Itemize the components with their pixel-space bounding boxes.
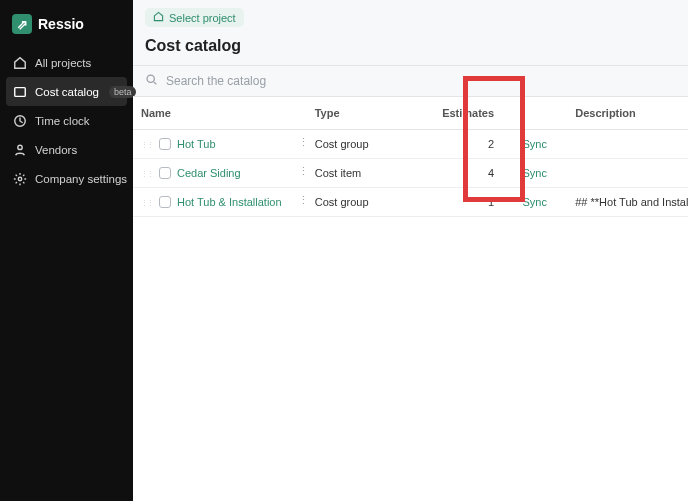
table-row[interactable]: ⋮⋮ Cedar Siding Cost item 4 Sync [133, 159, 688, 188]
select-project-button[interactable]: Select project [145, 8, 244, 27]
row-checkbox[interactable] [159, 196, 171, 208]
select-project-label: Select project [169, 12, 236, 24]
th-estimates[interactable]: Estimates [394, 97, 503, 130]
clock-icon [12, 113, 27, 128]
search-input[interactable] [166, 74, 676, 88]
row-description [567, 130, 688, 159]
cost-catalog-table: Name Type Estimates Description Internal… [133, 97, 688, 217]
sidebar: ⇗ Ressio All projects Cost catalog beta … [0, 0, 133, 501]
main: Select project Cost catalog Name Type Es… [133, 0, 688, 501]
th-sync [502, 97, 567, 130]
row-description [567, 159, 688, 188]
nav-label: Vendors [35, 144, 77, 156]
logo-mark-icon: ⇗ [12, 14, 32, 34]
row-checkbox[interactable] [159, 167, 171, 179]
row-estimates: 4 [394, 159, 503, 188]
row-description: ## **Hot Tub and Installation O... [567, 188, 688, 217]
svg-point-4 [147, 75, 154, 82]
drag-handle-icon[interactable]: ⋮⋮ [141, 199, 153, 206]
row-type: Cost item [315, 167, 361, 179]
th-name[interactable]: Name [133, 97, 307, 130]
row-sync-link[interactable]: Sync [522, 196, 546, 208]
searchbar [133, 65, 688, 97]
th-description[interactable]: Description [567, 97, 688, 130]
nav-label: Company settings [35, 173, 127, 185]
nav-cost-catalog[interactable]: Cost catalog beta [6, 77, 127, 106]
th-type[interactable]: Type [307, 97, 394, 130]
row-name-link[interactable]: Hot Tub & Installation [177, 196, 282, 208]
catalog-icon [12, 84, 27, 99]
row-more-icon[interactable] [295, 136, 307, 149]
row-more-icon[interactable] [295, 194, 307, 207]
home-icon [12, 55, 27, 70]
row-checkbox[interactable] [159, 138, 171, 150]
row-estimates: 2 [394, 130, 503, 159]
drag-handle-icon[interactable]: ⋮⋮ [141, 141, 153, 148]
svg-point-3 [18, 177, 22, 181]
nav-label: Cost catalog [35, 86, 99, 98]
row-type: Cost group [315, 196, 369, 208]
row-more-icon[interactable] [295, 165, 307, 178]
home-small-icon [153, 11, 164, 24]
nav-all-projects[interactable]: All projects [0, 48, 133, 77]
logo-text: Ressio [38, 16, 84, 32]
row-sync-link[interactable]: Sync [522, 167, 546, 179]
row-name-link[interactable]: Cedar Siding [177, 167, 241, 179]
nav-company-settings[interactable]: Company settings [0, 164, 133, 193]
row-name-link[interactable]: Hot Tub [177, 138, 216, 150]
page-title: Cost catalog [133, 27, 688, 65]
svg-rect-0 [14, 87, 25, 96]
logo: ⇗ Ressio [0, 10, 133, 48]
search-icon [145, 73, 158, 89]
row-sync-link[interactable]: Sync [522, 138, 546, 150]
row-type: Cost group [315, 138, 369, 150]
nav-label: Time clock [35, 115, 90, 127]
nav-vendors[interactable]: Vendors [0, 135, 133, 164]
table-scroll[interactable]: Name Type Estimates Description Internal… [133, 97, 688, 501]
drag-handle-icon[interactable]: ⋮⋮ [141, 170, 153, 177]
vendors-icon [12, 142, 27, 157]
nav-label: All projects [35, 57, 91, 69]
row-estimates: 1 [394, 188, 503, 217]
nav-time-clock[interactable]: Time clock [0, 106, 133, 135]
gear-icon [12, 171, 27, 186]
svg-point-2 [17, 145, 21, 149]
table-row[interactable]: ⋮⋮ Hot Tub Cost group 2 Sync [133, 130, 688, 159]
table-row[interactable]: ⋮⋮ Hot Tub & Installation Cost group 1 S… [133, 188, 688, 217]
topbar: Select project [133, 0, 688, 27]
